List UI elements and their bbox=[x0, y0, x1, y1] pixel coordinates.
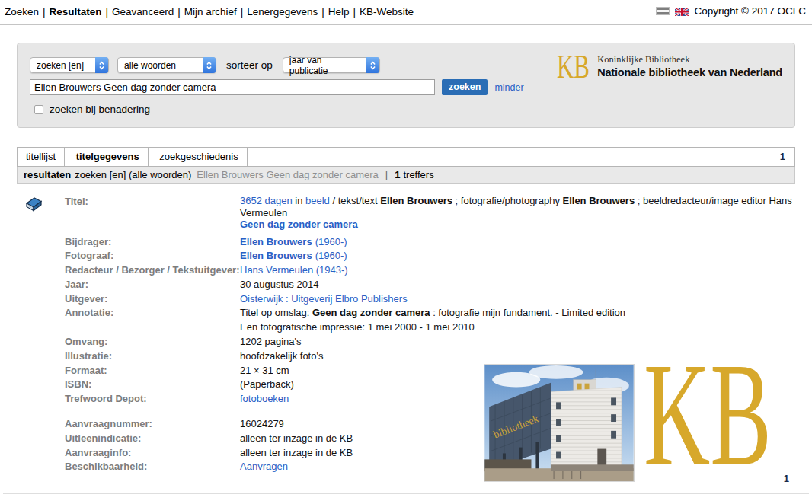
nav-separator: | bbox=[321, 6, 324, 18]
kb-watermark-icon: KB bbox=[642, 352, 775, 472]
copyright-text: Copyright © 2017 OCLC bbox=[694, 5, 806, 17]
nav-resultaten[interactable]: Resultaten bbox=[50, 6, 102, 18]
kb-building-photo: bibliotheek bbox=[484, 364, 635, 482]
field-label: Uitgever: bbox=[65, 292, 240, 307]
bottom-divider bbox=[3, 493, 809, 494]
annotation-line2: Een fotografische impressie: 1 mei 2000 … bbox=[240, 321, 794, 335]
field-value: 3652 dagen in beeld / tekst/text Ellen B… bbox=[240, 195, 794, 235]
book-icon bbox=[24, 196, 43, 214]
top-nav-right: Copyright © 2017 OCLC bbox=[656, 5, 806, 17]
field-label: Fotograaf: bbox=[65, 249, 240, 263]
bottom-page-number: 1 bbox=[784, 473, 789, 484]
field-value: 1202 pagina's bbox=[240, 335, 794, 349]
search-input[interactable] bbox=[30, 79, 435, 95]
top-divider bbox=[0, 24, 812, 25]
fuzzy-search-label: zoeken bij benadering bbox=[50, 104, 150, 115]
field-label: Formaat: bbox=[65, 364, 240, 378]
tab-titellijst[interactable]: titellijst bbox=[18, 148, 65, 166]
field-label: Trefwoord Depot: bbox=[65, 392, 240, 407]
title-author: Ellen Brouwers bbox=[563, 195, 635, 206]
contributor-link[interactable]: Ellen Brouwers bbox=[240, 236, 312, 247]
field-value: Titel op omslag: Geen dag zonder camera … bbox=[240, 306, 794, 335]
search-panel: zoeken [en] alle woorden sorteer op jaar… bbox=[17, 43, 795, 128]
record-row-jaar: Jaar: 30 augustus 2014 bbox=[65, 278, 794, 292]
field-label: Beschikbaarheid: bbox=[65, 460, 240, 474]
publisher-separator: : bbox=[283, 293, 291, 305]
sort-label: sorteer op bbox=[226, 59, 273, 71]
dutch-flag-icon[interactable] bbox=[656, 7, 670, 15]
tab-zoekgeschiedenis[interactable]: zoekgeschiedenis bbox=[151, 148, 247, 166]
tab-titelgegevens[interactable]: titelgegevens bbox=[68, 148, 149, 166]
nav-geavanceerd[interactable]: Geavanceerd bbox=[112, 6, 174, 18]
kb-logo-line1: Koninklijke Bibliotheek bbox=[597, 54, 782, 65]
field-label: Jaar: bbox=[65, 278, 240, 292]
select-stepper-icon bbox=[366, 57, 379, 73]
field-label: Omvang: bbox=[65, 335, 240, 349]
annotation-title: Geen dag zonder camera bbox=[312, 307, 430, 318]
sort-select-value: jaar van publicatie bbox=[289, 55, 362, 76]
scope-select[interactable]: zoeken [en] bbox=[30, 57, 109, 73]
field-label: Illustratie: bbox=[65, 349, 240, 364]
title-author: Ellen Brouwers bbox=[380, 195, 452, 206]
field-label: Uitleenindicatie: bbox=[65, 432, 240, 446]
record-row-uitgever: Uitgever: Oisterwijk : Uitgeverij Elbro … bbox=[65, 292, 794, 307]
word-mode-select-value: alle woorden bbox=[124, 60, 176, 71]
annotation-text: Titel op omslag: bbox=[240, 307, 312, 318]
nav-help[interactable]: Help bbox=[328, 6, 350, 18]
record-row-annotatie: Annotatie: Titel op omslag: Geen dag zon… bbox=[65, 306, 794, 335]
word-mode-select[interactable]: alle woorden bbox=[117, 57, 216, 73]
nav-separator: | bbox=[177, 6, 181, 18]
publisher-place-link[interactable]: Oisterwijk bbox=[240, 293, 283, 305]
fuzzy-search-row: zoeken bij benadering bbox=[34, 104, 150, 115]
record-row-redacteur: Redacteur / Bezorger / Tekstuitgever: Ha… bbox=[65, 263, 794, 278]
title-text: in bbox=[293, 195, 305, 206]
kb-logo-line2: Nationale bibliotheek van Nederland bbox=[597, 66, 782, 78]
results-hit-count: 1 bbox=[395, 169, 400, 180]
field-label: Bijdrager: bbox=[65, 235, 240, 250]
contributor-dates-link[interactable]: (1960-) bbox=[315, 236, 347, 247]
annotation-text: : fotografie mijn fundament. - Limited e… bbox=[430, 307, 626, 318]
photographer-dates-link[interactable]: (1960-) bbox=[315, 250, 347, 261]
nav-lenergegevens[interactable]: Lenergegevens bbox=[247, 6, 318, 18]
title-subtitle-link[interactable]: Geen dag zonder camera bbox=[240, 219, 358, 230]
kb-logo: KB Koninklijke Bibliotheek Nationale bib… bbox=[556, 54, 782, 80]
record-row-omvang: Omvang: 1202 pagina's bbox=[65, 335, 794, 349]
nav-zoeken[interactable]: Zoeken bbox=[5, 6, 39, 18]
nav-separator: | bbox=[43, 6, 46, 18]
subject-link[interactable]: fotoboeken bbox=[240, 393, 289, 404]
less-options-link[interactable]: minder bbox=[494, 82, 523, 93]
search-query-row: zoeken minder bbox=[30, 79, 524, 95]
results-query: Ellen Brouwers Geen dag zonder camera bbox=[197, 169, 378, 180]
request-link[interactable]: Aanvragen bbox=[240, 461, 288, 472]
kb-monogram-text: KB bbox=[557, 54, 590, 80]
uk-flag-icon[interactable] bbox=[675, 7, 689, 15]
title-text: / tekst/text bbox=[330, 195, 380, 206]
field-label: Aanvraaginfo: bbox=[65, 446, 240, 461]
fuzzy-search-checkbox[interactable] bbox=[34, 105, 43, 114]
nav-kb-website[interactable]: KB-Website bbox=[360, 6, 414, 18]
results-bar: resultatenzoeken [en] (alle woorden)Elle… bbox=[17, 167, 795, 184]
field-label: Aanvraagnummer: bbox=[65, 417, 240, 432]
nav-separator: | bbox=[353, 6, 356, 18]
title-beeld-link[interactable]: beeld bbox=[305, 195, 330, 206]
field-label: Redacteur / Bezorger / Tekstuitgever: bbox=[65, 263, 240, 278]
results-criteria: zoeken [en] (alle woorden) bbox=[75, 169, 191, 180]
nav-mijn-archief[interactable]: Mijn archief bbox=[184, 6, 237, 18]
nav-separator: | bbox=[241, 6, 244, 18]
record-row-titel: Titel: 3652 dagen in beeld / tekst/text … bbox=[65, 195, 794, 235]
record-row-bijdrager: Bijdrager: Ellen Brouwers(1960-) bbox=[65, 235, 794, 250]
results-separator: | bbox=[385, 169, 388, 180]
search-button[interactable]: zoeken bbox=[442, 79, 488, 95]
results-prefix: resultaten bbox=[24, 169, 71, 180]
tab-bar: 1 titellijst titelgegevens zoekgeschiede… bbox=[17, 147, 795, 167]
field-label: Annotatie: bbox=[65, 306, 240, 335]
top-nav: Zoeken|Resultaten|Geavanceerd|Mijn archi… bbox=[5, 6, 414, 18]
sort-select[interactable]: jaar van publicatie bbox=[283, 57, 380, 73]
editor-link[interactable]: Hans Vermeulen (1943-) bbox=[240, 264, 348, 276]
kb-watermark-text: KB bbox=[644, 352, 772, 472]
title-text: ; fotografie/photography bbox=[452, 195, 563, 206]
photographer-link[interactable]: Ellen Brouwers bbox=[240, 250, 312, 261]
publisher-link[interactable]: Uitgeverij Elbro Publishers bbox=[291, 293, 407, 305]
title-main-link[interactable]: 3652 dagen bbox=[240, 195, 293, 206]
search-options-row: zoeken [en] alle woorden sorteer op jaar… bbox=[30, 57, 380, 73]
